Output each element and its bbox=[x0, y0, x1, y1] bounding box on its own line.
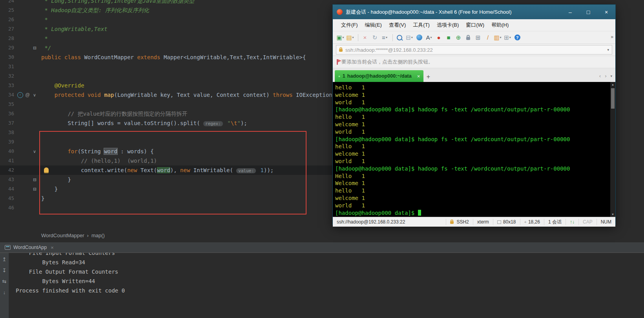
soft-wrap-icon[interactable]: ⇆ bbox=[2, 278, 7, 285]
line-number: 31 bbox=[0, 62, 14, 71]
address-bar: ssh://hadoop:******@192.168.0.233:22 ▾ bbox=[333, 44, 615, 56]
fold-marker-icon[interactable]: ⊟ bbox=[33, 175, 36, 184]
run-console-output[interactable]: File Input Format Counters Bytes Read=34… bbox=[9, 248, 644, 318]
scrollbar-down-icon[interactable]: ▼ bbox=[610, 213, 615, 216]
line-number: 35 bbox=[0, 100, 14, 109]
toolbar: ▣▾▤▾×↻≡▾⊟▾A▾●■⊕⊞/▥▾⊞▾? » bbox=[333, 31, 615, 44]
line-number: 43 bbox=[0, 175, 14, 184]
disconnect-icon: × bbox=[363, 34, 367, 41]
session-count: 1 会话 bbox=[544, 219, 566, 225]
dropdown-arrow-icon: ▾ bbox=[431, 36, 432, 39]
scrollbar-up-icon[interactable]: ▲ bbox=[610, 83, 615, 86]
console-line: Bytes Written=44 bbox=[16, 276, 644, 286]
console-line: Bytes Read=34 bbox=[16, 258, 644, 267]
override-method-icon[interactable]: ↑ bbox=[17, 92, 23, 98]
terminal-line: welcome 1 bbox=[335, 91, 610, 99]
menu-item[interactable]: 文件(F) bbox=[338, 20, 361, 30]
fullscreen-icon: ⊕ bbox=[456, 34, 461, 41]
encoding-globe-button[interactable] bbox=[415, 33, 423, 42]
fold-marker-icon[interactable]: ∨ bbox=[33, 90, 36, 100]
tab-scroll-right-icon[interactable]: › bbox=[605, 73, 606, 79]
run-tab-label[interactable]: WordCountApp bbox=[13, 245, 47, 250]
annotation-rectangle bbox=[39, 131, 306, 214]
highlight-pen-icon: / bbox=[487, 34, 489, 41]
console-line: File Output Format Counters bbox=[16, 267, 644, 276]
maximize-button[interactable]: □ bbox=[579, 5, 597, 19]
fullscreen-button[interactable]: ⊕ bbox=[454, 33, 463, 42]
terminal-line: welcome 1 bbox=[335, 121, 610, 128]
tile-windows-button[interactable]: ⊞▾ bbox=[503, 33, 512, 42]
toolbar-overflow-icon[interactable]: » bbox=[611, 34, 613, 40]
fold-marker-icon[interactable]: ⊟ bbox=[33, 184, 36, 194]
run-console-icon bbox=[5, 245, 11, 250]
address-dropdown-icon[interactable]: ▾ bbox=[607, 48, 609, 52]
session-tab-active[interactable]: ● 1 hadoop@hadoop000:~/data × bbox=[335, 70, 423, 82]
scroll-buttons[interactable]: ↑↓ bbox=[566, 219, 578, 225]
dropdown-arrow-icon: ▾ bbox=[343, 36, 344, 39]
font-button[interactable]: A▾ bbox=[425, 33, 433, 42]
title-bar[interactable]: 新建会话 - hadoop@hadoop000:~/data - Xshell … bbox=[333, 5, 615, 19]
new-session-icon: ▣ bbox=[336, 34, 342, 41]
scrollbar-thumb[interactable] bbox=[611, 88, 615, 109]
menu-item[interactable]: 帮助(H) bbox=[488, 20, 512, 30]
fold-marker-icon[interactable]: ∨ bbox=[33, 147, 36, 156]
line-number: 44 bbox=[0, 184, 14, 194]
toolbar-separator bbox=[392, 34, 393, 41]
screen: 24 * Long,String,String,Integer是Java里面的数… bbox=[0, 0, 644, 318]
close-button[interactable]: × bbox=[597, 5, 615, 19]
scroll-down-icon[interactable]: ↧ bbox=[2, 267, 7, 274]
terminal-line: [hadoop@hadoop000 data]$ hadoop fs -text… bbox=[335, 106, 610, 113]
reconnect-button[interactable]: ↻ bbox=[370, 33, 379, 42]
terminal-scrollbar[interactable]: ▲ ▼ bbox=[610, 82, 615, 217]
line-number: 37 bbox=[0, 118, 14, 128]
breadcrumb-method[interactable]: map() bbox=[91, 233, 105, 238]
address-lock-icon bbox=[339, 49, 343, 52]
address-input[interactable]: ssh://hadoop:******@192.168.0.233:22 ▾ bbox=[336, 45, 612, 55]
menu-item[interactable]: 选项卡(B) bbox=[433, 20, 462, 30]
scroll-to-end-icon[interactable]: ↓ bbox=[3, 289, 6, 296]
menu-item[interactable]: 窗口(W) bbox=[462, 20, 488, 30]
terminal-size: 80x18 bbox=[493, 219, 520, 225]
fold-marker-icon[interactable]: ⊟ bbox=[33, 43, 36, 53]
tab-menu-icon[interactable]: ▾ bbox=[610, 74, 612, 78]
line-number: 45 bbox=[0, 194, 14, 203]
run-tab-close-icon[interactable]: × bbox=[51, 245, 54, 251]
address-value: ssh://hadoop:******@192.168.0.233:22 bbox=[345, 47, 607, 53]
new-terminal-button[interactable]: ⊟▾ bbox=[405, 33, 414, 42]
lock-button[interactable] bbox=[464, 33, 473, 42]
terminal[interactable]: hello 1welcome 1world 1[hadoop@hadoop000… bbox=[333, 82, 615, 217]
open-sessions-button[interactable]: ▤▾ bbox=[346, 33, 354, 42]
code-text: * bbox=[41, 34, 48, 43]
minimize-button[interactable]: – bbox=[561, 5, 579, 19]
tab-scroll-left-icon[interactable]: ‹ bbox=[599, 73, 601, 79]
record-button[interactable]: ● bbox=[434, 33, 443, 42]
highlight-pen-button[interactable]: / bbox=[483, 33, 492, 42]
code-text: * Long,String,String,Integer是Java里面的数据类型 bbox=[41, 0, 194, 5]
disconnect-button[interactable]: × bbox=[361, 33, 369, 42]
terminal-line: hello 1 bbox=[335, 187, 610, 194]
xshell-window: 新建会话 - hadoop@hadoop000:~/data - Xshell … bbox=[333, 5, 615, 225]
session-properties-button[interactable]: ≡▾ bbox=[380, 33, 389, 42]
terminal-size-icon bbox=[497, 220, 501, 224]
log-button[interactable]: ■ bbox=[444, 33, 453, 42]
record-icon: ● bbox=[437, 34, 440, 41]
help-button[interactable]: ? bbox=[513, 33, 522, 42]
scroll-up-icon[interactable]: ↥ bbox=[2, 256, 7, 263]
breadcrumb-class[interactable]: WordCountMapper bbox=[41, 233, 84, 238]
file-transfer-button[interactable]: ▥▾ bbox=[493, 33, 502, 42]
breadcrumb: WordCountMapper › map() bbox=[41, 231, 105, 239]
code-text: protected void map(LongWritable key, Tex… bbox=[41, 90, 332, 100]
find-button[interactable] bbox=[395, 33, 404, 42]
keypad-button[interactable]: ⊞ bbox=[474, 33, 482, 42]
session-tab-close-icon[interactable]: × bbox=[417, 73, 420, 79]
new-session-button[interactable]: ▣▾ bbox=[336, 33, 345, 42]
new-tab-button[interactable]: + bbox=[423, 72, 433, 82]
annotation-gutter-icon: @ bbox=[25, 90, 30, 100]
line-number: 34 bbox=[0, 90, 14, 100]
menu-item[interactable]: 工具(T) bbox=[409, 20, 433, 30]
session-status-icon: ● bbox=[338, 75, 340, 78]
terminal-line: world 1 bbox=[335, 128, 610, 136]
menu-item[interactable]: 编辑(E) bbox=[361, 20, 385, 30]
menu-item[interactable]: 查看(V) bbox=[385, 20, 409, 30]
window-title: 新建会话 - hadoop@hadoop000:~/data - Xshell … bbox=[346, 9, 561, 16]
